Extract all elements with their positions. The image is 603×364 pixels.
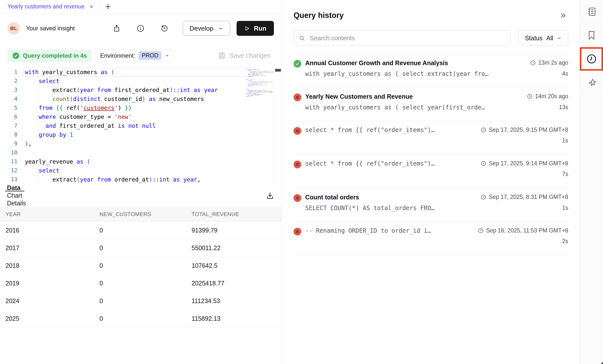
explore-panel-button[interactable]: [580, 71, 603, 94]
x-icon: [296, 163, 299, 166]
query-history-item[interactable]: Count total ordersSep 17, 2025, 8:31 PM …: [294, 188, 568, 222]
table-row[interactable]: 20170550011.22: [0, 239, 281, 257]
history-item-query-preview: SELECT COUNT(*) AS total_orders FRO…: [305, 205, 435, 212]
code-line[interactable]: 10: [0, 148, 281, 157]
right-icon-toolbar: [580, 0, 603, 364]
results-tab-data[interactable]: Data: [5, 184, 22, 192]
query-history-item[interactable]: select * from {{ ref("order_items")…Sep …: [294, 121, 568, 155]
query-history-item[interactable]: Yearly New Customers and Revenue14m 20s …: [294, 88, 568, 121]
history-item-title-row: select * from {{ ref("order_items")…Sep …: [305, 127, 568, 134]
environment-value: PROD: [139, 51, 161, 60]
code-text: yearly_revenue as (: [25, 157, 90, 166]
run-button[interactable]: Run: [237, 21, 274, 36]
clock-icon: [527, 93, 533, 99]
scrollbar-handle[interactable]: [275, 69, 281, 72]
table-cell: 2017: [5, 244, 100, 252]
code-line[interactable]: 13 extract(year from ordered_at)::int as…: [0, 175, 281, 184]
tab-bar: Yearly customers and revenue: [0, 0, 281, 13]
column-header[interactable]: NEW_CUSTOMERS: [100, 211, 192, 218]
x-icon: [296, 95, 299, 99]
editor-scrollbar[interactable]: [274, 68, 282, 184]
table-row[interactable]: 20250115892.13: [0, 310, 281, 327]
table-row[interactable]: 20180107642.5: [0, 257, 281, 274]
code-text: count(distinct customer_id) as new_custo…: [25, 94, 204, 103]
query-history-panel-button[interactable]: [580, 47, 603, 71]
save-changes-label: Save changes: [229, 52, 270, 59]
query-history-item[interactable]: -- Renaming ORDER_ID to order_id i…Sep 1…: [294, 222, 568, 255]
code-line[interactable]: 12 select: [0, 166, 281, 175]
column-header[interactable]: YEAR: [5, 211, 100, 218]
query-history-header: Query history: [294, 11, 568, 20]
search-box[interactable]: [294, 30, 510, 46]
history-item-body: Count total ordersSep 17, 2025, 8:31 PM …: [305, 194, 568, 222]
info-button[interactable]: [135, 23, 146, 34]
column-header[interactable]: TOTAL_REVENUE: [192, 211, 281, 218]
history-item-body: select * from {{ ref("order_items")…Sep …: [305, 160, 568, 188]
history-item-title: Yearly New Customers and Revenue: [305, 93, 413, 100]
status-filter-label: Status: [525, 35, 543, 42]
history-item-time: 13m 2s ago: [525, 59, 568, 66]
code-line[interactable]: 9),: [0, 139, 281, 148]
query-history-list: Annual Customer Growth and Revenue Analy…: [294, 54, 568, 256]
table-row[interactable]: 20240111234.53: [0, 292, 281, 310]
code-line[interactable]: 8 group by 1: [0, 130, 281, 139]
download-results-button[interactable]: [264, 191, 276, 200]
history-item-title-row: Count total ordersSep 17, 2025, 8:31 PM …: [305, 194, 568, 201]
insight-header: BL Your saved insight Develop Run: [0, 13, 281, 44]
status-filter-dropdown[interactable]: Status All: [518, 30, 568, 46]
table-row[interactable]: 2016091399.79: [0, 222, 281, 239]
code-line[interactable]: 5 from {{ ref('customers') }}: [0, 103, 281, 112]
table-cell: 2018: [5, 262, 100, 269]
results-tab-details[interactable]: Details: [5, 199, 27, 207]
minimap-code: with yearly_customers as ( select extrac…: [246, 69, 274, 97]
bookmark-icon: [586, 30, 597, 41]
environment-select[interactable]: Environment: PROD: [96, 49, 174, 62]
x-icon: [296, 196, 299, 200]
code-line[interactable]: 2 select: [0, 77, 281, 86]
code-line[interactable]: 3 extract(year from first_ordered_at)::i…: [0, 86, 281, 94]
code-line[interactable]: 7 and first_ordered_at is not null: [0, 121, 281, 130]
table-cell: 0: [100, 244, 192, 252]
sql-code-editor[interactable]: 1with yearly_customers as (2 select3 ext…: [0, 68, 281, 184]
notebook-panel-button[interactable]: [580, 0, 603, 24]
resize-corner[interactable]: [600, 361, 603, 364]
compass-icon: [586, 77, 597, 88]
results-tab-chart[interactable]: Chart: [5, 192, 24, 199]
clock-icon: [530, 60, 536, 66]
version-history-button[interactable]: [159, 23, 170, 34]
code-text: select: [25, 166, 59, 175]
code-line[interactable]: 1with yearly_customers as (: [0, 68, 281, 77]
table-cell: 0: [100, 262, 192, 269]
error-status-icon: [294, 194, 301, 202]
history-item-title-row: Annual Customer Growth and Revenue Analy…: [305, 59, 568, 67]
code-line[interactable]: 11yearly_revenue as (: [0, 157, 281, 166]
collapse-panel-button[interactable]: [558, 12, 568, 19]
table-cell: 2025: [5, 315, 100, 322]
search-input[interactable]: [309, 34, 505, 42]
new-tab-button[interactable]: [100, 0, 116, 13]
query-history-panel: Query history Status All Annual Customer…: [282, 0, 580, 364]
bookmarks-panel-button[interactable]: [580, 24, 603, 47]
editor-minimap[interactable]: with yearly_customers as ( select extrac…: [246, 69, 274, 97]
history-item-title: -- Renaming ORDER_ID to order_id i…: [305, 227, 431, 234]
play-icon: [244, 26, 250, 31]
code-line[interactable]: 4 count(distinct customer_id) as new_cus…: [0, 94, 281, 103]
history-item-title: Count total orders: [305, 194, 359, 201]
tab-yearly-customers-and-revenue[interactable]: Yearly customers and revenue: [0, 0, 100, 13]
editor-panel: Yearly customers and revenue BL Your sav…: [0, 0, 282, 364]
history-item-duration: 1s: [557, 205, 568, 211]
code-text: ),: [25, 139, 32, 148]
save-changes-button[interactable]: Save changes: [216, 51, 272, 60]
close-icon[interactable]: [89, 4, 94, 9]
table-row[interactable]: 201902025418.77: [0, 274, 281, 292]
history-item-duration: 4s: [557, 70, 568, 77]
line-number: 11: [0, 157, 25, 166]
develop-button[interactable]: Develop: [183, 21, 230, 36]
share-button[interactable]: [111, 23, 122, 34]
code-line[interactable]: 6 where customer_type = 'new': [0, 112, 281, 121]
results-tab-bar: DataChartDetails: [0, 184, 281, 207]
insight-subtitle: Your saved insight: [26, 25, 75, 32]
query-history-item[interactable]: select * from {{ ref("order_items")…Sep …: [294, 155, 568, 188]
download-icon: [266, 191, 274, 200]
query-history-item[interactable]: Annual Customer Growth and Revenue Analy…: [294, 54, 568, 88]
